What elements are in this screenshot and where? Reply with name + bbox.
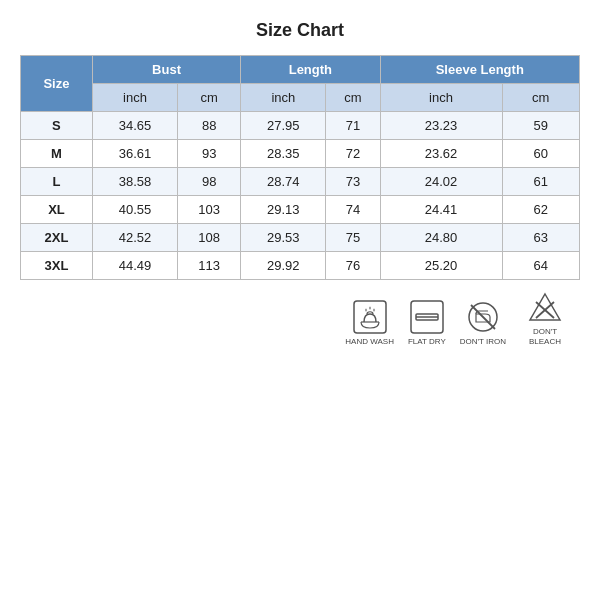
cell-value: 75	[326, 224, 380, 252]
cell-value: 23.23	[380, 112, 502, 140]
page-title: Size Chart	[256, 20, 344, 41]
care-hand-wash: HAND WASH	[345, 300, 394, 347]
sub-bust-cm: cm	[178, 84, 241, 112]
table-row: XL40.5510329.137424.4162	[21, 196, 580, 224]
col-length: Length	[241, 56, 380, 84]
col-bust: Bust	[92, 56, 240, 84]
cell-value: 29.92	[241, 252, 326, 280]
cell-value: 24.02	[380, 168, 502, 196]
table-row: M36.619328.357223.6260	[21, 140, 580, 168]
cell-value: 73	[326, 168, 380, 196]
sub-bust-inch: inch	[92, 84, 177, 112]
cell-value: 72	[326, 140, 380, 168]
table-row: 3XL44.4911329.927625.2064	[21, 252, 580, 280]
cell-value: 44.49	[92, 252, 177, 280]
cell-value: 74	[326, 196, 380, 224]
sub-sleeve-cm: cm	[502, 84, 579, 112]
cell-value: 25.20	[380, 252, 502, 280]
svg-point-2	[365, 308, 367, 311]
cell-value: 76	[326, 252, 380, 280]
cell-size: M	[21, 140, 93, 168]
cell-value: 64	[502, 252, 579, 280]
col-sleeve-length: Sleeve Length	[380, 56, 579, 84]
sub-length-inch: inch	[241, 84, 326, 112]
table-row: S34.658827.957123.2359	[21, 112, 580, 140]
care-icons: HAND WASH FLAT DRY DON'T IRON	[20, 290, 580, 346]
care-dont-bleach-label: DON'T BLEACH	[520, 327, 570, 346]
cell-value: 60	[502, 140, 579, 168]
cell-size: S	[21, 112, 93, 140]
col-size: Size	[21, 56, 93, 112]
cell-size: 3XL	[21, 252, 93, 280]
cell-value: 38.58	[92, 168, 177, 196]
cell-value: 63	[502, 224, 579, 252]
cell-value: 29.53	[241, 224, 326, 252]
cell-value: 93	[178, 140, 241, 168]
cell-value: 28.35	[241, 140, 326, 168]
cell-value: 98	[178, 168, 241, 196]
sub-length-cm: cm	[326, 84, 380, 112]
cell-value: 59	[502, 112, 579, 140]
cell-size: 2XL	[21, 224, 93, 252]
care-hand-wash-label: HAND WASH	[345, 337, 394, 347]
care-dont-bleach: DON'T BLEACH	[520, 290, 570, 346]
cell-value: 62	[502, 196, 579, 224]
svg-line-9	[471, 305, 495, 329]
svg-point-3	[369, 306, 371, 309]
sub-sleeve-inch: inch	[380, 84, 502, 112]
cell-value: 88	[178, 112, 241, 140]
svg-marker-10	[530, 294, 560, 320]
cell-value: 103	[178, 196, 241, 224]
cell-value: 42.52	[92, 224, 177, 252]
table-row: 2XL42.5210829.537524.8063	[21, 224, 580, 252]
care-flat-dry: FLAT DRY	[408, 300, 446, 347]
cell-value: 23.62	[380, 140, 502, 168]
cell-size: XL	[21, 196, 93, 224]
care-dont-iron-label: DON'T IRON	[460, 337, 506, 347]
table-row: L38.589828.747324.0261	[21, 168, 580, 196]
cell-value: 61	[502, 168, 579, 196]
cell-value: 24.41	[380, 196, 502, 224]
cell-value: 40.55	[92, 196, 177, 224]
cell-value: 29.13	[241, 196, 326, 224]
cell-size: L	[21, 168, 93, 196]
cell-value: 36.61	[92, 140, 177, 168]
care-flat-dry-label: FLAT DRY	[408, 337, 446, 347]
size-table: Size Bust Length Sleeve Length inch cm i…	[20, 55, 580, 280]
cell-value: 24.80	[380, 224, 502, 252]
care-dont-iron: DON'T IRON	[460, 300, 506, 347]
cell-value: 113	[178, 252, 241, 280]
cell-value: 108	[178, 224, 241, 252]
cell-value: 34.65	[92, 112, 177, 140]
cell-value: 27.95	[241, 112, 326, 140]
cell-value: 71	[326, 112, 380, 140]
svg-point-4	[373, 308, 375, 311]
cell-value: 28.74	[241, 168, 326, 196]
